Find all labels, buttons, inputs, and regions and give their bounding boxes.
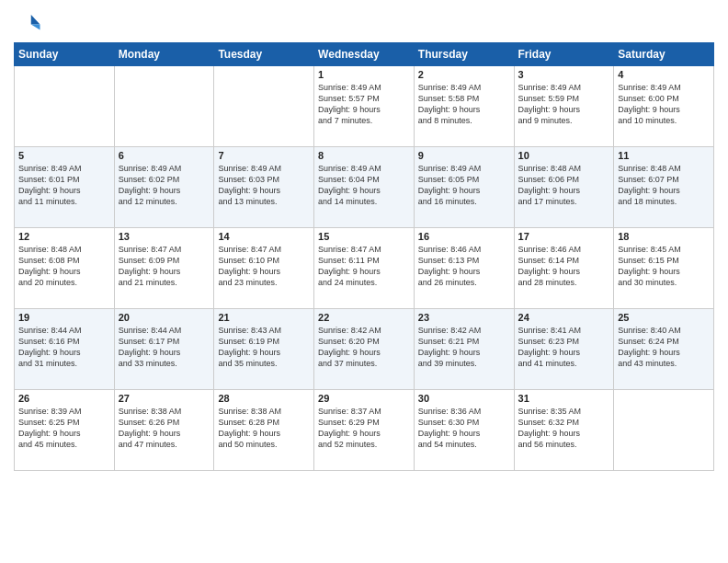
day-number: 16	[418, 231, 510, 242]
cell-info: Sunrise: 8:49 AM Sunset: 5:58 PM Dayligh…	[418, 82, 510, 127]
weekday-header-thursday: Thursday	[414, 43, 514, 66]
calendar-cell	[15, 66, 115, 147]
cell-info: Sunrise: 8:49 AM Sunset: 5:59 PM Dayligh…	[518, 82, 610, 127]
calendar-cell: 9Sunrise: 8:49 AM Sunset: 6:05 PM Daylig…	[414, 147, 514, 228]
calendar-cell: 7Sunrise: 8:49 AM Sunset: 6:03 PM Daylig…	[214, 147, 314, 228]
calendar-cell: 30Sunrise: 8:36 AM Sunset: 6:30 PM Dayli…	[414, 390, 514, 471]
day-number: 18	[618, 231, 710, 242]
calendar-cell: 25Sunrise: 8:40 AM Sunset: 6:24 PM Dayli…	[614, 309, 714, 390]
cell-info: Sunrise: 8:49 AM Sunset: 6:04 PM Dayligh…	[318, 163, 410, 208]
day-number: 23	[418, 312, 510, 323]
day-number: 13	[119, 231, 210, 242]
calendar-cell: 14Sunrise: 8:47 AM Sunset: 6:10 PM Dayli…	[214, 228, 314, 309]
week-row-2: 12Sunrise: 8:48 AM Sunset: 6:08 PM Dayli…	[15, 228, 714, 309]
week-row-0: 1Sunrise: 8:49 AM Sunset: 5:57 PM Daylig…	[15, 66, 714, 147]
calendar-cell: 27Sunrise: 8:38 AM Sunset: 6:26 PM Dayli…	[114, 390, 214, 471]
day-number: 20	[119, 312, 210, 323]
day-number: 6	[119, 150, 210, 161]
calendar-cell: 12Sunrise: 8:48 AM Sunset: 6:08 PM Dayli…	[15, 228, 115, 309]
cell-info: Sunrise: 8:46 AM Sunset: 6:14 PM Dayligh…	[518, 244, 610, 289]
calendar-cell: 31Sunrise: 8:35 AM Sunset: 6:32 PM Dayli…	[514, 390, 614, 471]
cell-info: Sunrise: 8:49 AM Sunset: 6:03 PM Dayligh…	[218, 163, 310, 208]
day-number: 11	[618, 150, 710, 161]
cell-info: Sunrise: 8:44 AM Sunset: 6:16 PM Dayligh…	[18, 325, 110, 370]
cell-info: Sunrise: 8:40 AM Sunset: 6:24 PM Dayligh…	[618, 325, 710, 370]
calendar-cell: 28Sunrise: 8:38 AM Sunset: 6:28 PM Dayli…	[214, 390, 314, 471]
day-number: 22	[318, 312, 410, 323]
cell-info: Sunrise: 8:49 AM Sunset: 6:02 PM Dayligh…	[119, 163, 210, 208]
day-number: 10	[518, 150, 610, 161]
calendar-cell: 15Sunrise: 8:47 AM Sunset: 6:11 PM Dayli…	[314, 228, 415, 309]
day-number: 30	[418, 393, 510, 404]
weekday-header-saturday: Saturday	[614, 43, 714, 66]
calendar-cell: 3Sunrise: 8:49 AM Sunset: 5:59 PM Daylig…	[514, 66, 614, 147]
cell-info: Sunrise: 8:49 AM Sunset: 6:00 PM Dayligh…	[618, 82, 710, 127]
day-number: 19	[18, 312, 110, 323]
cell-info: Sunrise: 8:48 AM Sunset: 6:06 PM Dayligh…	[518, 163, 610, 208]
calendar-cell: 26Sunrise: 8:39 AM Sunset: 6:25 PM Dayli…	[15, 390, 115, 471]
day-number: 14	[218, 231, 310, 242]
svg-marker-0	[31, 15, 40, 25]
calendar-cell: 8Sunrise: 8:49 AM Sunset: 6:04 PM Daylig…	[314, 147, 415, 228]
day-number: 1	[318, 69, 410, 80]
cell-info: Sunrise: 8:49 AM Sunset: 6:01 PM Dayligh…	[18, 163, 110, 208]
cell-info: Sunrise: 8:48 AM Sunset: 6:07 PM Dayligh…	[618, 163, 710, 208]
calendar-cell: 20Sunrise: 8:44 AM Sunset: 6:17 PM Dayli…	[114, 309, 214, 390]
calendar-cell	[114, 66, 214, 147]
calendar-cell: 5Sunrise: 8:49 AM Sunset: 6:01 PM Daylig…	[15, 147, 115, 228]
calendar-cell: 4Sunrise: 8:49 AM Sunset: 6:00 PM Daylig…	[614, 66, 714, 147]
calendar-cell: 19Sunrise: 8:44 AM Sunset: 6:16 PM Dayli…	[15, 309, 115, 390]
day-number: 12	[18, 231, 110, 242]
calendar-cell: 24Sunrise: 8:41 AM Sunset: 6:23 PM Dayli…	[514, 309, 614, 390]
cell-info: Sunrise: 8:38 AM Sunset: 6:28 PM Dayligh…	[218, 406, 310, 451]
day-number: 15	[318, 231, 410, 242]
day-number: 17	[518, 231, 610, 242]
cell-info: Sunrise: 8:42 AM Sunset: 6:21 PM Dayligh…	[418, 325, 510, 370]
calendar: SundayMondayTuesdayWednesdayThursdayFrid…	[14, 42, 714, 471]
cell-info: Sunrise: 8:47 AM Sunset: 6:10 PM Dayligh…	[218, 244, 310, 289]
header	[14, 9, 714, 37]
weekday-header-wednesday: Wednesday	[314, 43, 415, 66]
calendar-cell: 29Sunrise: 8:37 AM Sunset: 6:29 PM Dayli…	[314, 390, 415, 471]
week-row-4: 26Sunrise: 8:39 AM Sunset: 6:25 PM Dayli…	[15, 390, 714, 471]
weekday-header-tuesday: Tuesday	[214, 43, 314, 66]
weekday-header-row: SundayMondayTuesdayWednesdayThursdayFrid…	[15, 43, 714, 66]
calendar-cell: 10Sunrise: 8:48 AM Sunset: 6:06 PM Dayli…	[514, 147, 614, 228]
week-row-1: 5Sunrise: 8:49 AM Sunset: 6:01 PM Daylig…	[15, 147, 714, 228]
cell-info: Sunrise: 8:36 AM Sunset: 6:30 PM Dayligh…	[418, 406, 510, 451]
cell-info: Sunrise: 8:47 AM Sunset: 6:09 PM Dayligh…	[119, 244, 210, 289]
day-number: 28	[218, 393, 310, 404]
day-number: 7	[218, 150, 310, 161]
day-number: 27	[119, 393, 210, 404]
week-row-3: 19Sunrise: 8:44 AM Sunset: 6:16 PM Dayli…	[15, 309, 714, 390]
cell-info: Sunrise: 8:45 AM Sunset: 6:15 PM Dayligh…	[618, 244, 710, 289]
day-number: 25	[618, 312, 710, 323]
day-number: 3	[518, 69, 610, 80]
calendar-cell: 13Sunrise: 8:47 AM Sunset: 6:09 PM Dayli…	[114, 228, 214, 309]
weekday-header-monday: Monday	[114, 43, 214, 66]
day-number: 29	[318, 393, 410, 404]
calendar-cell: 16Sunrise: 8:46 AM Sunset: 6:13 PM Dayli…	[414, 228, 514, 309]
weekday-header-friday: Friday	[514, 43, 614, 66]
cell-info: Sunrise: 8:39 AM Sunset: 6:25 PM Dayligh…	[18, 406, 110, 451]
calendar-cell: 1Sunrise: 8:49 AM Sunset: 5:57 PM Daylig…	[314, 66, 415, 147]
logo-icon	[14, 9, 41, 37]
cell-info: Sunrise: 8:38 AM Sunset: 6:26 PM Dayligh…	[119, 406, 210, 451]
cell-info: Sunrise: 8:46 AM Sunset: 6:13 PM Dayligh…	[418, 244, 510, 289]
weekday-header-sunday: Sunday	[15, 43, 115, 66]
calendar-cell: 17Sunrise: 8:46 AM Sunset: 6:14 PM Dayli…	[514, 228, 614, 309]
calendar-cell: 22Sunrise: 8:42 AM Sunset: 6:20 PM Dayli…	[314, 309, 415, 390]
calendar-cell: 23Sunrise: 8:42 AM Sunset: 6:21 PM Dayli…	[414, 309, 514, 390]
day-number: 5	[18, 150, 110, 161]
calendar-cell: 11Sunrise: 8:48 AM Sunset: 6:07 PM Dayli…	[614, 147, 714, 228]
page: SundayMondayTuesdayWednesdayThursdayFrid…	[0, 0, 728, 563]
cell-info: Sunrise: 8:35 AM Sunset: 6:32 PM Dayligh…	[518, 406, 610, 451]
cell-info: Sunrise: 8:42 AM Sunset: 6:20 PM Dayligh…	[318, 325, 410, 370]
calendar-cell	[614, 390, 714, 471]
cell-info: Sunrise: 8:48 AM Sunset: 6:08 PM Dayligh…	[18, 244, 110, 289]
svg-marker-1	[31, 25, 40, 30]
day-number: 24	[518, 312, 610, 323]
cell-info: Sunrise: 8:41 AM Sunset: 6:23 PM Dayligh…	[518, 325, 610, 370]
calendar-cell: 2Sunrise: 8:49 AM Sunset: 5:58 PM Daylig…	[414, 66, 514, 147]
cell-info: Sunrise: 8:44 AM Sunset: 6:17 PM Dayligh…	[119, 325, 210, 370]
